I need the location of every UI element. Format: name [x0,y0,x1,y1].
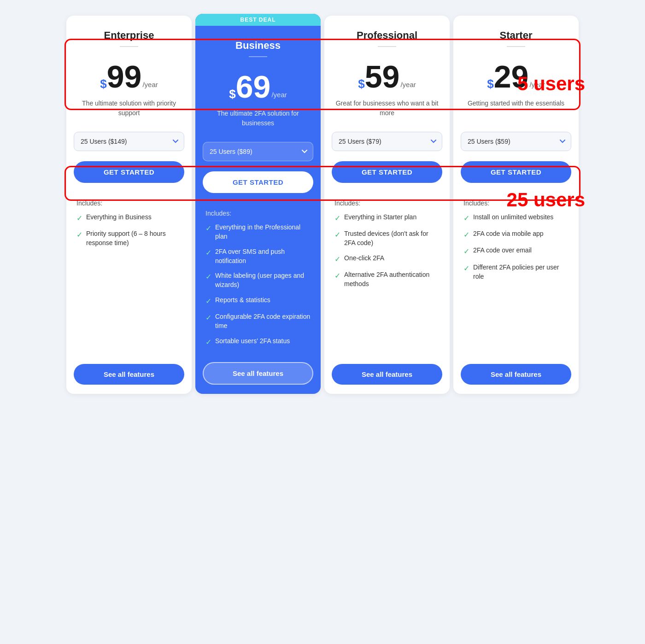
feature-text: White labeling (user pages and wizards) [215,271,311,290]
price-row: $ 69 /year [205,71,311,102]
user-select-section-business: 5 Users ($69)10 Users ($79)25 Users ($89… [195,138,321,168]
user-select-section-starter: 5 Users ($29)10 Users ($39)25 Users ($59… [453,128,579,158]
plan-divider [507,46,525,47]
plan-divider [378,46,396,47]
check-icon: ✓ [463,246,469,257]
see-all-section-starter: See all features [453,357,579,394]
feature-text: Everything in Business [86,212,152,222]
feature-text: Everything in the Professional plan [215,222,311,241]
plan-description-enterprise: The ultimate solution with priority supp… [66,96,192,128]
feature-text: Reports & statistics [215,295,270,304]
feature-text: One-click 2FA [344,253,384,263]
feature-item: ✓ Reports & statistics [205,295,311,306]
users-label-top: 5 users [517,73,585,95]
feature-item: ✓ 2FA code via mobile app [463,229,569,240]
price-amount: 69 [236,71,271,102]
check-icon: ✓ [76,213,82,223]
price-period: /year [400,81,416,88]
feature-item: ✓ Sortable users' 2FA status [205,336,311,347]
check-icon: ✓ [76,229,82,240]
plan-header-starter: Starter [453,16,579,53]
check-icon: ✓ [205,337,211,347]
features-section-enterprise: Includes: ✓ Everything in Business ✓ Pri… [66,191,192,357]
plan-header-professional: Professional [324,16,450,53]
price-dollar: $ [100,76,106,92]
price-section-business: $ 69 /year [195,64,321,106]
get-started-btn-business[interactable]: GET STARTED [203,171,313,193]
user-select-professional[interactable]: 5 Users ($59)10 Users ($69)25 Users ($79… [332,132,442,151]
best-deal-badge: BEST DEAL [195,14,321,26]
cta-section-enterprise: GET STARTED [66,158,192,191]
user-select-section-enterprise: 5 Users ($99)10 Users ($119)25 Users ($1… [66,128,192,158]
get-started-btn-professional[interactable]: GET STARTED [332,161,442,183]
price-period: /year [142,81,158,88]
plan-header-enterprise: Enterprise [66,16,192,53]
plan-divider [120,46,138,47]
feature-list-professional: ✓ Everything in Starter plan ✓ Trusted d… [334,212,440,289]
cta-section-business: GET STARTED [195,168,321,201]
feature-text: Alternative 2FA authentication methods [344,270,440,289]
cta-section-starter: GET STARTED [453,158,579,191]
get-started-btn-enterprise[interactable]: GET STARTED [74,161,184,183]
feature-item: ✓ Alternative 2FA authentication methods [334,270,440,289]
price-row: $ 59 /year [334,61,440,92]
feature-item: ✓ Everything in Starter plan [334,212,440,223]
see-all-btn-starter[interactable]: See all features [461,364,571,385]
see-all-btn-business[interactable]: See all features [203,362,313,385]
plan-card-business: BEST DEAL Business $ 69 /year The ultima… [195,14,321,394]
user-select-enterprise[interactable]: 5 Users ($99)10 Users ($119)25 Users ($1… [74,132,184,151]
plan-description-professional: Great for businesses who want a bit more [324,96,450,128]
check-icon: ✓ [205,312,211,323]
pricing-grid: 5 users 25 users Enterprise $ 99 /year T… [64,14,580,396]
feature-item: ✓ 2FA code over email [463,246,569,257]
price-dollar: $ [487,76,493,92]
price-amount: 59 [365,61,400,92]
feature-item: ✓ Trusted devices (don't ask for 2FA cod… [334,229,440,248]
features-section-professional: Includes: ✓ Everything in Starter plan ✓… [324,191,450,357]
feature-text: Different 2FA policies per user role [473,263,569,281]
feature-text: Everything in Starter plan [344,212,416,222]
user-select-section-professional: 5 Users ($59)10 Users ($69)25 Users ($79… [324,128,450,158]
feature-item: ✓ White labeling (user pages and wizards… [205,271,311,290]
price-dollar: $ [358,76,364,92]
check-icon: ✓ [334,254,340,264]
feature-text: Sortable users' 2FA status [215,336,290,345]
feature-text: Trusted devices (don't ask for 2FA code) [344,229,440,248]
get-started-btn-starter[interactable]: GET STARTED [461,161,571,183]
check-icon: ✓ [205,223,211,234]
features-label: Includes: [76,199,182,207]
users-label-bottom: 25 users [507,189,585,211]
see-all-section-enterprise: See all features [66,357,192,394]
user-select-starter[interactable]: 5 Users ($29)10 Users ($39)25 Users ($59… [461,132,571,151]
plan-name-starter: Starter [463,29,569,41]
user-select-business[interactable]: 5 Users ($69)10 Users ($79)25 Users ($89… [203,142,313,161]
cta-section-professional: GET STARTED [324,158,450,191]
check-icon: ✓ [334,213,340,223]
check-icon: ✓ [205,296,211,306]
feature-item: ✓ Everything in Business [76,212,182,223]
check-icon: ✓ [334,270,340,281]
feature-list-enterprise: ✓ Everything in Business ✓ Priority supp… [76,212,182,248]
price-section-professional: $ 59 /year [324,53,450,96]
see-all-btn-professional[interactable]: See all features [332,364,442,385]
price-amount: 99 [107,61,142,92]
feature-text: 2FA code over email [473,246,532,255]
check-icon: ✓ [205,271,211,282]
feature-item: ✓ Everything in the Professional plan [205,222,311,241]
feature-item: ✓ One-click 2FA [334,253,440,264]
features-label: Includes: [334,199,440,207]
feature-item: ✓ Different 2FA policies per user role [463,263,569,281]
check-icon: ✓ [463,229,469,240]
see-all-btn-enterprise[interactable]: See all features [74,364,184,385]
check-icon: ✓ [205,247,211,258]
feature-text: Priority support (6 – 8 hours response t… [86,229,182,248]
feature-list-starter: ✓ Install on unlimited websites ✓ 2FA co… [463,212,569,281]
price-section-enterprise: $ 99 /year [66,53,192,96]
feature-text: Configurable 2FA code expiration time [215,312,311,331]
feature-item: ✓ Priority support (6 – 8 hours response… [76,229,182,248]
plan-header-business: Business [195,26,321,64]
see-all-section-professional: See all features [324,357,450,394]
feature-item: ✓ Install on unlimited websites [463,212,569,223]
check-icon: ✓ [463,263,469,274]
check-icon: ✓ [463,213,469,223]
